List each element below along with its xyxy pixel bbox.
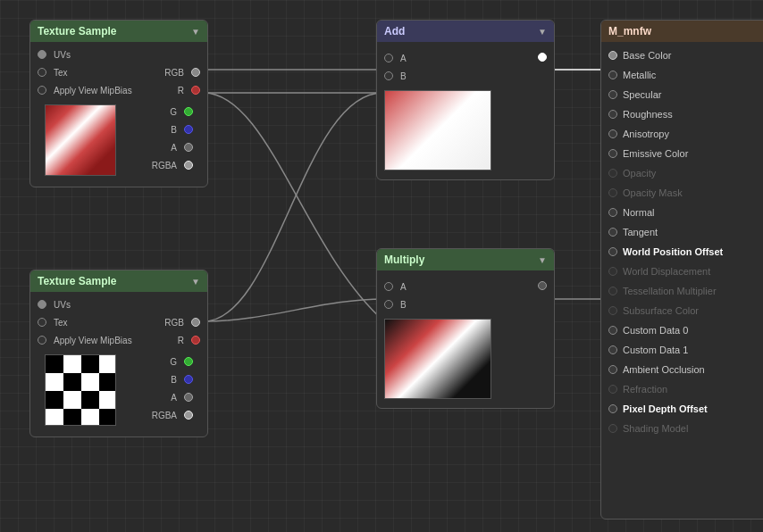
r-out-label: R bbox=[174, 86, 188, 96]
material-pin-row-3[interactable]: Roughness bbox=[601, 104, 763, 124]
b-output-pin[interactable] bbox=[184, 125, 193, 134]
material-pin-row-19[interactable]: Shading Model bbox=[601, 419, 763, 438]
mat-pin-11[interactable] bbox=[608, 267, 617, 276]
texture1-thumbnail bbox=[45, 104, 116, 176]
add-node-collapse[interactable]: ▼ bbox=[538, 27, 547, 37]
mul-output-pin[interactable] bbox=[538, 281, 547, 290]
add-a-row: A bbox=[377, 49, 538, 67]
mat-label-0: Base Color bbox=[623, 50, 671, 61]
texture2-checker-image bbox=[46, 355, 116, 426]
material-node-header[interactable]: M_mnfw bbox=[601, 21, 763, 42]
mat-pin-3[interactable] bbox=[608, 110, 617, 119]
mat-pin-10[interactable] bbox=[608, 247, 617, 256]
material-pin-row-7[interactable]: Opacity Mask bbox=[601, 183, 763, 203]
texture-node-1-collapse[interactable]: ▼ bbox=[191, 27, 200, 37]
material-pin-row-8[interactable]: Normal bbox=[601, 203, 763, 222]
rgb-output-pin[interactable] bbox=[191, 68, 200, 77]
material-pin-row-5[interactable]: Emissive Color bbox=[601, 144, 763, 163]
tex-input-pin[interactable] bbox=[38, 68, 46, 77]
g-out-label: G bbox=[166, 107, 180, 117]
material-pin-row-0[interactable]: Base Color bbox=[601, 46, 763, 65]
mat-label-1: Metallic bbox=[623, 70, 656, 80]
uvs-input-pin[interactable] bbox=[38, 50, 46, 59]
mat-pin-6[interactable] bbox=[608, 169, 617, 178]
material-pin-row-18[interactable]: Pixel Depth Offset bbox=[601, 399, 763, 419]
mat-label-9: Tangent bbox=[623, 227, 658, 237]
add-a-input-pin[interactable] bbox=[384, 54, 393, 62]
mat-pin-0[interactable] bbox=[608, 51, 617, 60]
add-b-input-pin[interactable] bbox=[384, 71, 393, 80]
uvs2-input-pin[interactable] bbox=[38, 300, 46, 309]
material-pin-row-15[interactable]: Custom Data 1 bbox=[601, 340, 763, 360]
rgba2-out-label: RGBA bbox=[148, 411, 180, 420]
material-pin-row-10[interactable]: World Position Offset bbox=[601, 242, 763, 262]
texture-node-2-header[interactable]: Texture Sample ▼ bbox=[30, 270, 207, 292]
mat-pin-14[interactable] bbox=[608, 326, 617, 335]
mat-pin-13[interactable] bbox=[608, 306, 617, 315]
rgb2-output-pin[interactable] bbox=[191, 318, 200, 327]
material-pin-row-9[interactable]: Tangent bbox=[601, 222, 763, 242]
material-pins-container: Base ColorMetallicSpecularRoughnessAniso… bbox=[601, 42, 763, 442]
rgba2-output-pin[interactable] bbox=[184, 411, 193, 420]
material-pin-row-4[interactable]: Anisotropy bbox=[601, 124, 763, 144]
mat-label-7: Opacity Mask bbox=[623, 187, 683, 198]
mul-b-input-pin[interactable] bbox=[384, 300, 393, 309]
mat-label-5: Emissive Color bbox=[623, 148, 688, 159]
texture-node-1-title: Texture Sample bbox=[38, 25, 116, 37]
material-pin-row-14[interactable]: Custom Data 0 bbox=[601, 320, 763, 340]
g2-output-pin[interactable] bbox=[184, 357, 193, 366]
applymip-input-pin[interactable] bbox=[38, 86, 46, 95]
b-out-label: B bbox=[167, 125, 180, 135]
a-output-pin[interactable] bbox=[184, 143, 193, 152]
mat-pin-7[interactable] bbox=[608, 188, 617, 197]
uvs-label: UVs bbox=[50, 50, 74, 60]
applymip-label: Apply View MipBias bbox=[50, 86, 136, 96]
material-node: M_mnfw Base ColorMetallicSpecularRoughne… bbox=[600, 20, 763, 520]
material-pin-row-12[interactable]: Tessellation Multiplier bbox=[601, 281, 763, 301]
uvs2-pin-row: UVs bbox=[30, 295, 207, 313]
mat-pin-8[interactable] bbox=[608, 208, 617, 217]
mat-label-19: Shading Model bbox=[623, 423, 688, 434]
mat-pin-17[interactable] bbox=[608, 385, 617, 394]
material-pin-row-2[interactable]: Specular bbox=[601, 85, 763, 104]
r2-output-pin[interactable] bbox=[191, 336, 200, 345]
apply-mip2-row: Apply View MipBias R bbox=[30, 331, 207, 349]
add-output-pin[interactable] bbox=[538, 53, 547, 62]
mul-b-row: B bbox=[377, 295, 538, 313]
mat-pin-5[interactable] bbox=[608, 149, 617, 158]
material-pin-row-13[interactable]: Subsurface Color bbox=[601, 301, 763, 320]
applymip2-input-pin[interactable] bbox=[38, 336, 46, 345]
multiply-node-collapse[interactable]: ▼ bbox=[538, 255, 547, 265]
mat-pin-18[interactable] bbox=[608, 404, 617, 413]
rgba-output-pin[interactable] bbox=[184, 161, 193, 170]
texture-node-1-header[interactable]: Texture Sample ▼ bbox=[30, 21, 207, 42]
a2-output-pin[interactable] bbox=[184, 393, 193, 402]
material-pin-row-16[interactable]: Ambient Occlusion bbox=[601, 360, 763, 379]
mat-pin-4[interactable] bbox=[608, 129, 617, 138]
mat-pin-15[interactable] bbox=[608, 345, 617, 354]
mul-a-input-pin[interactable] bbox=[384, 282, 393, 291]
multiply-node-header[interactable]: Multiply ▼ bbox=[377, 249, 554, 270]
a-pin-row: A bbox=[160, 138, 200, 156]
g-output-pin[interactable] bbox=[184, 107, 193, 116]
b2-pin-row: B bbox=[160, 370, 200, 388]
mat-pin-2[interactable] bbox=[608, 90, 617, 99]
tex2-input-pin[interactable] bbox=[38, 318, 46, 327]
material-pin-row-1[interactable]: Metallic bbox=[601, 65, 763, 85]
add-node-header[interactable]: Add ▼ bbox=[377, 21, 554, 42]
mat-pin-19[interactable] bbox=[608, 424, 617, 433]
mat-pin-16[interactable] bbox=[608, 365, 617, 374]
mat-pin-1[interactable] bbox=[608, 71, 617, 79]
mat-label-6: Opacity bbox=[623, 168, 656, 179]
material-pin-row-6[interactable]: Opacity bbox=[601, 163, 763, 183]
material-pin-row-11[interactable]: World Displacement bbox=[601, 262, 763, 281]
r-output-pin[interactable] bbox=[191, 86, 200, 95]
g2-pin-row: G bbox=[159, 353, 200, 370]
texture-node-2-collapse[interactable]: ▼ bbox=[191, 277, 200, 287]
mat-pin-12[interactable] bbox=[608, 287, 617, 295]
material-pin-row-17[interactable]: Refraction bbox=[601, 379, 763, 399]
mat-label-11: World Displacement bbox=[623, 266, 710, 277]
a2-pin-row: A bbox=[160, 388, 200, 406]
b2-output-pin[interactable] bbox=[184, 375, 193, 384]
mat-pin-9[interactable] bbox=[608, 228, 617, 237]
